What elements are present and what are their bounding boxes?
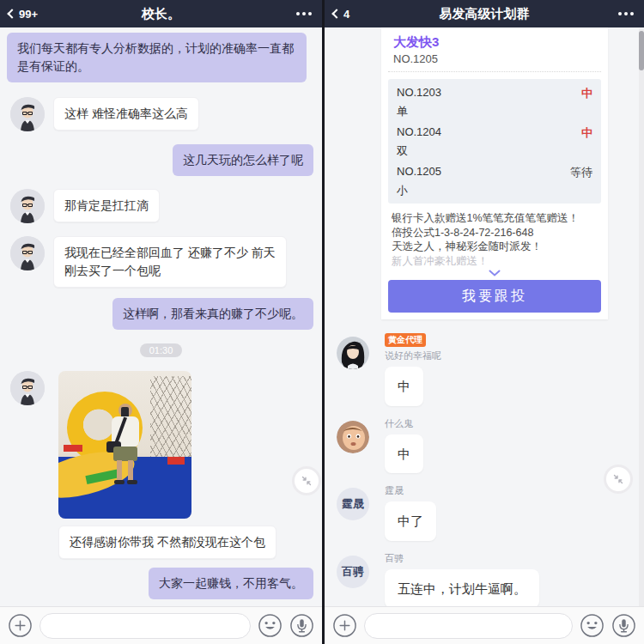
avatar[interactable]: 百骋 (337, 556, 369, 588)
message-row (7, 371, 315, 519)
message-row: 大家一起赚钱，不用客气。 (7, 568, 315, 599)
group-message: 百骋 百骋 五连中，计划牛逼啊。 (337, 552, 644, 607)
round-result: 等待 (570, 165, 592, 180)
current-round: NO.1205 (393, 52, 601, 65)
photo-red-accent (167, 457, 185, 465)
message-bubble: 我现在已经全部回血了 还赚了不少 前天刚去买了一个包呢 (53, 236, 287, 288)
message-input[interactable] (364, 613, 573, 639)
microphone-icon (289, 613, 314, 638)
man-avatar-icon (10, 236, 45, 270)
message-bubble: 中了 (385, 501, 436, 541)
avatar[interactable] (10, 189, 45, 223)
avatar[interactable] (10, 236, 45, 270)
back-icon (331, 9, 341, 18)
message-bubble: 这样 难怪准确率这么高 (53, 97, 199, 131)
man-avatar-icon (10, 371, 45, 405)
group-message: 黄金代理 说好的幸福呢 中 (337, 333, 644, 406)
sender-name: 什么鬼 (385, 417, 413, 430)
left-header: 99+ 校长。 (0, 0, 322, 27)
chevron-down-icon (489, 270, 501, 276)
follow-bet-button[interactable]: 我要跟投 (388, 280, 601, 313)
microphone-icon (611, 613, 636, 638)
girl-avatar-icon (337, 337, 369, 369)
plan-card: 大发快3 NO.1205 NO.1203 中 单 NO.1204 (381, 27, 608, 319)
scrollbar-track (639, 28, 644, 644)
chat-title: 校长。 (142, 6, 180, 22)
message-bubble: 这样啊，那看来真的赚了不少呢。 (112, 298, 313, 330)
emoji-button[interactable] (258, 613, 283, 638)
photo-person (106, 404, 144, 507)
scrollbar-thumb[interactable] (639, 31, 644, 70)
avatar[interactable] (10, 97, 45, 131)
message-bubble: 大家一起赚钱，不用客气。 (149, 568, 313, 599)
promo-line: 天选之人，神秘彩金随时派发！ (392, 240, 599, 254)
promo-line: 银行卡入款赠送1%笔笔充值笔笔赠送！ (392, 211, 599, 226)
left-input-bar (0, 606, 322, 644)
round-pick: 小 (397, 183, 592, 198)
round-number: NO.1204 (397, 125, 441, 141)
message-bubble: 那肯定是扛扛滴 (53, 189, 160, 222)
message-bubble: 中 (385, 367, 423, 406)
voice-button[interactable] (611, 613, 636, 638)
voice-button[interactable] (289, 613, 314, 638)
back-button[interactable]: 99+ (0, 8, 38, 21)
man-avatar-icon (10, 189, 45, 223)
group-message: 霆晟 霆晟 中了 (337, 484, 644, 541)
unread-count: 99+ (19, 8, 38, 21)
right-input-bar (325, 606, 644, 644)
attach-button[interactable] (8, 613, 33, 638)
back-icon (7, 9, 16, 18)
right-message-list: 大发快3 NO.1205 NO.1203 中 单 NO.1204 (325, 27, 644, 606)
round-pick: 双 (397, 143, 592, 159)
shrink-window-button[interactable] (292, 466, 321, 495)
expand-more-button[interactable] (388, 268, 601, 280)
message-row: 我现在已经全部回血了 还赚了不少 前天刚去买了一个包呢 (7, 236, 315, 288)
round-number: NO.1205 (397, 165, 441, 180)
dotted-divider (388, 71, 601, 72)
promo-line: 倍投公式1-3-8-24-72-216-648 (392, 226, 599, 240)
round-row: NO.1205 等待 小 (397, 165, 592, 198)
avatar[interactable] (337, 421, 369, 453)
timestamp-row: 01:30 (7, 343, 315, 357)
timestamp: 01:30 (140, 343, 183, 357)
game-title: 大发快3 (393, 34, 601, 51)
man-avatar-icon (10, 97, 45, 131)
round-row: NO.1204 中 双 (397, 125, 592, 159)
message-input[interactable] (39, 613, 251, 639)
promo-text: 银行卡入款赠送1%笔笔充值笔笔赠送！ 倍投公式1-3-8-24-72-216-6… (392, 211, 599, 268)
sender-name: 霆晟 (385, 484, 404, 497)
back-button[interactable]: 4 (325, 8, 349, 21)
shrink-icon (300, 474, 313, 488)
shrink-window-button[interactable] (604, 465, 633, 494)
photo-red-accent (64, 445, 82, 452)
chat-panel-right: 4 易发高级计划群 大发快3 NO.1205 NO.1203 中 单 (322, 0, 644, 644)
more-menu-button[interactable] (296, 12, 322, 15)
emoji-icon (580, 613, 605, 638)
photo-message[interactable] (58, 371, 191, 519)
message-bubble: 这几天玩的怎么样了呢 (173, 144, 313, 176)
avatar[interactable]: 霆晟 (337, 488, 369, 520)
message-row: 这几天玩的怎么样了呢 (7, 144, 315, 176)
role-badge: 黄金代理 (385, 333, 426, 347)
avatar[interactable] (10, 371, 45, 405)
baby-avatar-icon (337, 421, 369, 453)
promo-line: 新人首冲豪礼赠送！ (392, 254, 599, 269)
message-bubble: 中 (385, 434, 423, 474)
message-row: 我们每天都有专人分析数据的，计划的准确率一直都是有保证的。 (7, 33, 315, 82)
round-number: NO.1203 (397, 86, 441, 101)
message-row: 还得感谢你带我 不然都没现在这个包 (7, 526, 315, 559)
round-result: 中 (581, 86, 592, 101)
chat-panel-left: 99+ 校长。 我们每天都有专人分析数据的，计划的准确率一直都是有保证的。 (0, 0, 322, 644)
round-result: 中 (581, 125, 592, 141)
emoji-button[interactable] (580, 613, 605, 638)
avatar[interactable] (337, 337, 369, 369)
emoji-icon (258, 613, 283, 638)
more-menu-button[interactable] (618, 12, 644, 15)
message-row: 这样 难怪准确率这么高 (7, 97, 315, 131)
left-message-list: 我们每天都有专人分析数据的，计划的准确率一直都是有保证的。 这样 难怪准确率这么… (0, 27, 322, 606)
attach-button[interactable] (332, 613, 357, 638)
message-row: 那肯定是扛扛滴 (7, 189, 315, 223)
group-message: 什么鬼 中 (337, 417, 644, 474)
sender-name: 百骋 (385, 552, 404, 565)
sender-name: 说好的幸福呢 (385, 349, 441, 362)
